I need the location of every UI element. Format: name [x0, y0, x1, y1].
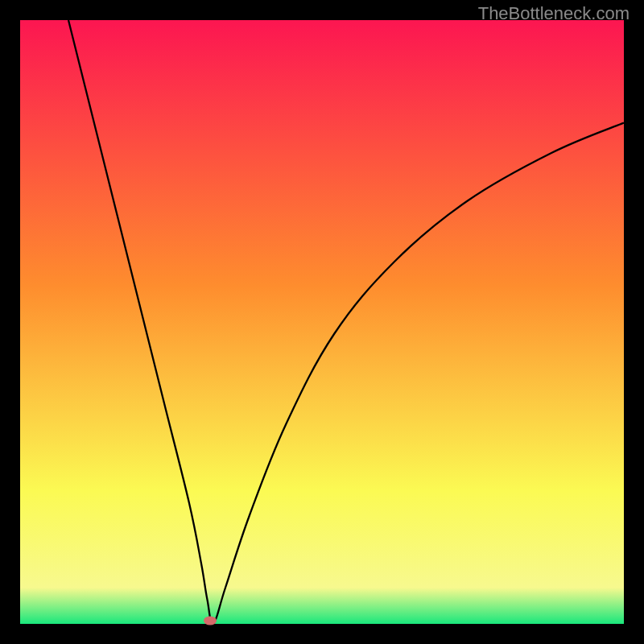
- watermark-text: TheBottleneck.com: [478, 3, 630, 24]
- optimum-marker: [204, 617, 217, 625]
- bottleneck-curve: [20, 20, 624, 624]
- plot-area: [20, 20, 624, 624]
